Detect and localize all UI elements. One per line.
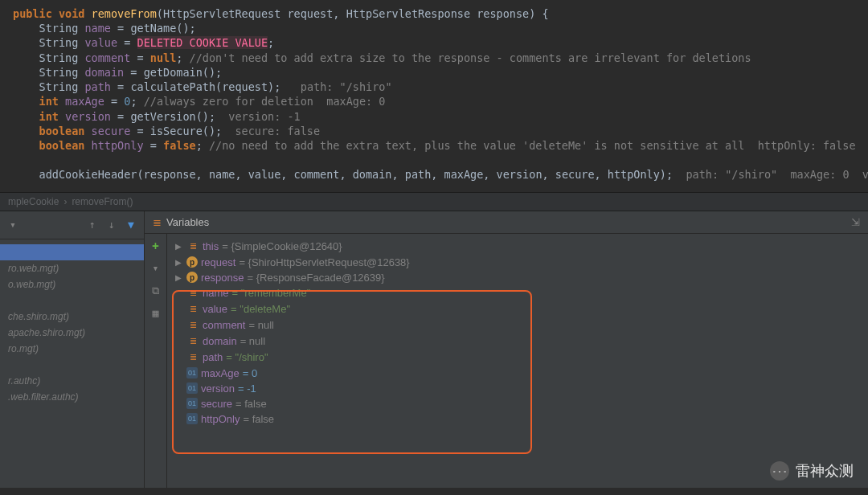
variable-row[interactable]: ≣comment = null	[170, 317, 865, 333]
variable-row[interactable]: ≣name = "rememberMe"	[170, 285, 865, 301]
frame-item[interactable]: che.shiro.mgt)	[0, 309, 144, 325]
frames-panel: ▾ ↑ ↓ ▼ ro.web.mgt)o.web.mgt) che.shiro.…	[0, 211, 145, 488]
pin-icon[interactable]: ⇲	[851, 216, 860, 228]
variable-name: name	[203, 287, 229, 299]
variable-value: = {SimpleCookie@12640}	[222, 240, 342, 252]
frame-item[interactable]	[0, 357, 144, 373]
add-watch-icon[interactable]: +	[149, 239, 163, 253]
variable-value: = "/shiro"	[226, 351, 268, 363]
variable-name: version	[201, 382, 235, 395]
variable-value: = 0	[243, 367, 257, 379]
variable-name: httpOnly	[201, 413, 240, 425]
filter-icon[interactable]: ▼	[125, 219, 137, 231]
frames-list[interactable]: ro.web.mgt)o.web.mgt) che.shiro.mgt)apac…	[0, 239, 144, 488]
variable-row[interactable]: ≣value = "deleteMe"	[170, 301, 865, 317]
variable-name: domain	[203, 335, 237, 347]
object-icon: ≣	[186, 240, 199, 253]
object-icon: ≣	[186, 335, 199, 348]
primitive-icon: 01	[186, 398, 198, 409]
object-icon: ≣	[186, 303, 199, 316]
variable-name: comment	[203, 319, 245, 331]
variable-value: = -1	[238, 382, 256, 395]
variable-name: secure	[201, 398, 232, 410]
kw-public: public	[13, 7, 52, 20]
parameter-icon: p	[186, 256, 198, 268]
breadcrumb[interactable]: mpleCookie › removeFrom()	[0, 192, 868, 211]
kw-void: void	[59, 7, 85, 20]
variable-name: path	[203, 351, 223, 363]
variable-name: response	[201, 272, 244, 284]
variable-row[interactable]: ≣path = "/shiro"	[170, 350, 865, 366]
primitive-icon: 01	[186, 413, 198, 424]
variable-name: value	[203, 303, 227, 315]
debug-panel: ▾ ↑ ↓ ▼ ro.web.mgt)o.web.mgt) che.shiro.…	[0, 211, 868, 488]
chevron-right-icon: ›	[63, 196, 67, 207]
variable-name: request	[201, 256, 235, 268]
variables-panel: ≣ Variables ⇲ + ▾ ⧉ ▦ ▶≣this = {SimpleCo…	[145, 211, 868, 488]
frame-item[interactable]: o.web.mgt)	[0, 276, 144, 292]
arrow-down-icon[interactable]: ↓	[105, 219, 118, 231]
breadcrumb-class[interactable]: mpleCookie	[8, 196, 59, 207]
tree-arrow-icon[interactable]: ▶	[174, 242, 183, 251]
frame-item[interactable]: r.authc)	[0, 373, 144, 389]
frame-item[interactable]	[0, 292, 144, 309]
variable-value: = "deleteMe"	[231, 303, 290, 315]
variables-title: Variables	[166, 216, 209, 228]
parameter-icon: p	[186, 272, 198, 283]
variable-value: = {ShiroHttpServletRequest@12638}	[239, 256, 409, 268]
method-name: removeFrom	[92, 7, 157, 20]
variable-value: = null	[240, 335, 265, 347]
tree-arrow-icon[interactable]: ▶	[174, 273, 183, 282]
frame-item[interactable]: apache.shiro.mgt)	[0, 325, 144, 341]
variables-tree[interactable]: ▶≣this = {SimpleCookie@12640}▶prequest =…	[167, 234, 868, 488]
breadcrumb-method[interactable]: removeFrom()	[72, 196, 133, 207]
variable-row[interactable]: 01maxAge = 0	[170, 366, 865, 381]
variable-row[interactable]: ▶prequest = {ShiroHttpServletRequest@126…	[170, 255, 865, 270]
variable-name: maxAge	[201, 367, 240, 379]
frames-toolbar: ▾ ↑ ↓ ▼	[0, 211, 144, 239]
dropdown-icon[interactable]: ▾	[6, 219, 19, 231]
frame-item[interactable]	[0, 244, 144, 260]
primitive-icon: 01	[186, 382, 198, 394]
object-icon: ≣	[186, 319, 199, 332]
variable-value: = {ResponseFacade@12639}	[247, 272, 384, 284]
frame-item[interactable]: .web.filter.authc)	[0, 389, 144, 405]
frame-item[interactable]: ro.mgt)	[0, 341, 144, 357]
evaluate-icon[interactable]: ▦	[149, 306, 163, 321]
variable-row[interactable]: ≣domain = null	[170, 333, 865, 350]
variable-row[interactable]: ▶≣this = {SimpleCookie@12640}	[170, 239, 865, 255]
variable-value: = null	[248, 319, 273, 331]
variable-name: this	[203, 240, 219, 252]
variable-row[interactable]: 01secure = false	[170, 396, 865, 411]
variable-value: = "rememberMe"	[232, 287, 311, 299]
object-icon: ≣	[186, 351, 199, 364]
variables-sidebar: + ▾ ⧉ ▦	[145, 234, 167, 488]
variable-value: = false	[235, 398, 267, 410]
expand-icon[interactable]: ▾	[149, 261, 163, 276]
code-editor[interactable]: public void removeFrom(HttpServletReques…	[0, 0, 868, 192]
variable-row[interactable]: 01httpOnly = false	[170, 411, 865, 427]
frame-item[interactable]: ro.web.mgt)	[0, 260, 144, 276]
variable-row[interactable]: 01version = -1	[170, 381, 865, 396]
copy-icon[interactable]: ⧉	[149, 284, 163, 298]
variables-header: ≣ Variables ⇲	[145, 211, 868, 234]
arrow-up-icon[interactable]: ↑	[86, 219, 99, 231]
tree-arrow-icon[interactable]: ▶	[174, 258, 183, 267]
variables-icon: ≣	[153, 216, 162, 228]
object-icon: ≣	[186, 287, 199, 300]
primitive-icon: 01	[186, 367, 198, 378]
watermark: 雷神众测	[770, 461, 854, 481]
variable-row[interactable]: ▶presponse = {ResponseFacade@12639}	[170, 270, 865, 285]
watermark-text: 雷神众测	[796, 461, 854, 481]
highlighted-const: DELETED COOKIE VALUE	[137, 36, 268, 49]
wechat-icon	[772, 461, 788, 481]
variable-value: = false	[243, 413, 274, 425]
